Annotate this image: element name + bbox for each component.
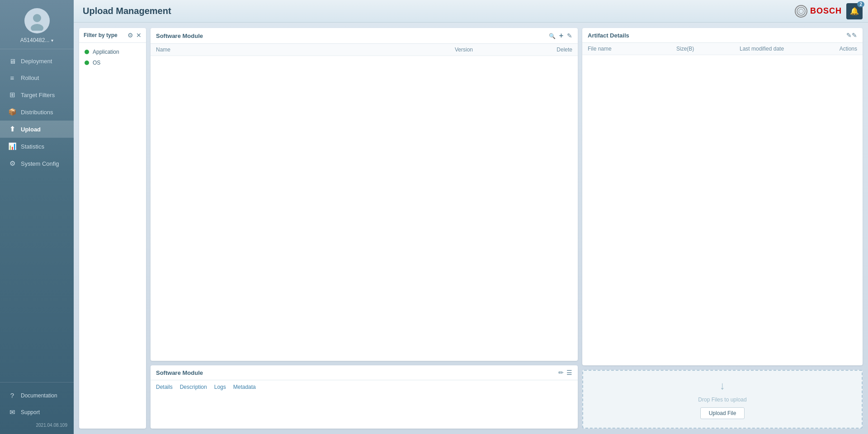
filter-close-button[interactable] xyxy=(136,32,142,39)
main-area: Upload Management BOSCH 🔔 2 Filter by ty… xyxy=(74,0,868,434)
sidebar-item-distributions[interactable]: 📦 Distributions xyxy=(0,103,74,121)
sidebar-item-statistics[interactable]: 📊 Statistics xyxy=(0,138,74,155)
middle-column: Software Module Name xyxy=(151,28,578,429)
software-module-details-actions xyxy=(558,369,572,376)
documentation-icon: ? xyxy=(8,392,16,399)
username[interactable]: A5140482... ▾ xyxy=(20,37,54,43)
filter-header: Filter by type xyxy=(79,28,146,43)
software-module-panel: Software Module Name xyxy=(151,28,578,361)
sidebar-item-target-filters[interactable]: ⊞ Target Filters xyxy=(0,86,74,103)
software-module-details-title: Software Module xyxy=(156,369,203,376)
tab-logs[interactable]: Logs xyxy=(214,384,226,394)
system-config-icon: ⚙ xyxy=(8,159,16,168)
download-arrow-icon: ↓ xyxy=(720,379,725,392)
add-button[interactable] xyxy=(559,32,563,40)
close-icon xyxy=(136,32,142,39)
software-module-tabs: Details Description Logs Metadata xyxy=(151,380,578,394)
chevron-down-icon: ▾ xyxy=(51,38,53,43)
gear-icon xyxy=(127,32,133,39)
sidebar-bottom: ? Documentation ✉ Support 2021.04.08.109 xyxy=(0,382,74,434)
svg-point-1 xyxy=(31,24,43,31)
notification-badge: 2 xyxy=(857,1,864,7)
col-name: Name xyxy=(156,47,455,53)
upload-icon: ⬆ xyxy=(8,125,16,133)
artifact-details-header: Artifact Details ✎ xyxy=(582,28,863,43)
software-module-header: Software Module xyxy=(151,28,578,44)
sidebar-item-deployment[interactable]: 🖥 Deployment xyxy=(0,53,74,70)
topbar-right: BOSCH 🔔 2 xyxy=(795,3,863,19)
software-module-actions xyxy=(549,32,572,40)
search-icon xyxy=(549,32,556,39)
col-actions: Actions xyxy=(821,46,857,52)
software-module-table-body xyxy=(151,56,578,361)
notification-button[interactable]: 🔔 2 xyxy=(846,3,863,19)
add-icon xyxy=(559,32,563,40)
application-dot xyxy=(85,50,89,54)
upload-drop-text: Drop Files to upload xyxy=(698,397,746,403)
target-filters-icon: ⊞ xyxy=(8,91,16,99)
bosch-icon xyxy=(795,5,807,18)
col-version: Version xyxy=(455,47,536,53)
statistics-icon: 📊 xyxy=(8,142,16,150)
tab-metadata[interactable]: Metadata xyxy=(233,384,256,394)
artifact-details-panel: Artifact Details ✎ File name Size(B) Las… xyxy=(582,28,863,365)
details-list-button[interactable] xyxy=(566,369,572,376)
upload-drop-zone[interactable]: ↓ Drop Files to upload Upload File xyxy=(582,370,863,429)
sidebar-item-rollout[interactable]: ≡ Rollout xyxy=(0,70,74,86)
artifact-edit-button[interactable]: ✎ xyxy=(846,32,857,39)
artifact-table-header: File name Size(B) Last modified date Act… xyxy=(582,43,863,55)
os-label: OS xyxy=(93,60,100,66)
svg-point-3 xyxy=(799,9,803,14)
filter-item-os[interactable]: OS xyxy=(82,57,143,68)
col-filename: File name xyxy=(588,46,676,52)
edit-button[interactable] xyxy=(567,32,572,39)
sidebar: A5140482... ▾ 🖥 Deployment ≡ Rollout ⊞ T… xyxy=(0,0,74,434)
deployment-icon: 🖥 xyxy=(8,57,16,65)
bosch-logo: BOSCH xyxy=(795,5,842,18)
sidebar-item-documentation[interactable]: ? Documentation xyxy=(0,387,74,404)
support-icon: ✉ xyxy=(8,408,16,416)
filter-settings-button[interactable] xyxy=(127,32,133,39)
main-nav: 🖥 Deployment ≡ Rollout ⊞ Target Filters … xyxy=(0,49,74,382)
sidebar-item-system-config[interactable]: ⚙ System Config xyxy=(0,155,74,172)
application-label: Application xyxy=(93,49,119,55)
search-button[interactable] xyxy=(549,32,556,39)
tab-description[interactable]: Description xyxy=(180,384,207,394)
artifact-table-body xyxy=(582,55,863,365)
details-edit-button[interactable] xyxy=(558,369,564,376)
page-title: Upload Management xyxy=(83,6,171,16)
artifact-edit-icon: ✎ xyxy=(846,32,857,39)
list-icon xyxy=(566,369,572,376)
filter-panel: Filter by type Application OS xyxy=(79,28,146,429)
tab-details[interactable]: Details xyxy=(156,384,173,394)
avatar xyxy=(24,8,50,33)
sidebar-item-upload[interactable]: ⬆ Upload xyxy=(0,121,74,138)
software-module-details-header: Software Module xyxy=(151,365,578,380)
filter-item-application[interactable]: Application xyxy=(82,47,143,57)
sidebar-item-support[interactable]: ✉ Support xyxy=(0,404,74,421)
right-column: Artifact Details ✎ File name Size(B) Las… xyxy=(582,28,863,429)
os-dot xyxy=(85,61,89,65)
col-delete: Delete xyxy=(536,47,572,53)
content-area: Filter by type Application OS xyxy=(74,23,868,434)
pencil-icon xyxy=(558,369,564,376)
svg-point-0 xyxy=(33,14,41,22)
software-module-details-panel: Software Module Details Description Logs xyxy=(151,365,578,429)
bell-icon: 🔔 xyxy=(850,7,859,15)
topbar: Upload Management BOSCH 🔔 2 xyxy=(74,0,868,23)
app-version: 2021.04.08.109 xyxy=(0,421,74,430)
col-size: Size(B) xyxy=(676,46,740,52)
rollout-icon: ≡ xyxy=(8,74,16,82)
edit-icon xyxy=(567,32,572,39)
filter-title: Filter by type xyxy=(84,32,118,38)
table-header: Name Version Delete xyxy=(151,44,578,56)
col-last-modified: Last modified date xyxy=(740,46,821,52)
distributions-icon: 📦 xyxy=(8,108,16,116)
software-module-title: Software Module xyxy=(156,33,203,39)
filter-items: Application OS xyxy=(79,43,146,72)
upload-file-button[interactable]: Upload File xyxy=(700,407,745,419)
filter-actions xyxy=(127,32,142,39)
user-profile[interactable]: A5140482... ▾ xyxy=(0,0,74,49)
artifact-details-title: Artifact Details xyxy=(588,32,629,39)
svg-point-2 xyxy=(797,7,805,15)
